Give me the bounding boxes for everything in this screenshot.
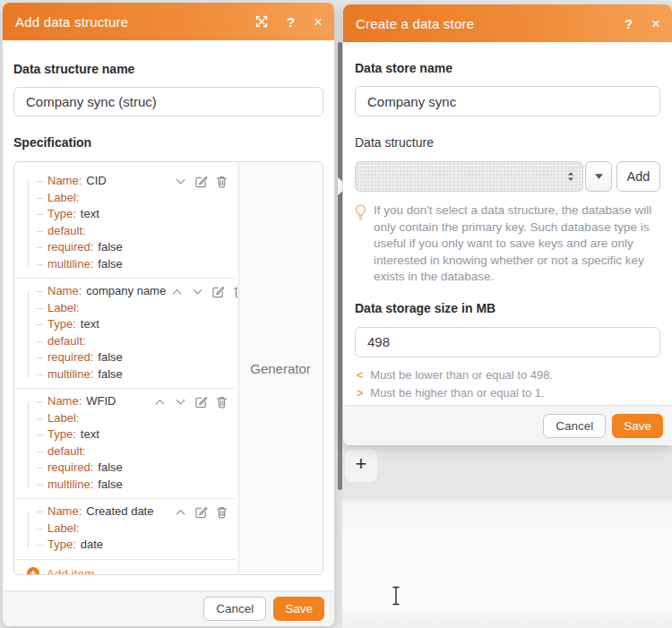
add-tab-button[interactable]: + bbox=[345, 449, 377, 482]
spec-key: Type: bbox=[47, 206, 76, 223]
move-down-icon[interactable] bbox=[190, 284, 204, 298]
dialog-footer: Cancel Save bbox=[3, 590, 334, 626]
spec-row: Name:WFID bbox=[25, 393, 228, 410]
spec-key: Type: bbox=[47, 426, 76, 443]
generator-label: Generator bbox=[250, 361, 311, 376]
spec-key: Type: bbox=[47, 537, 76, 554]
spec-key: Type: bbox=[47, 316, 76, 333]
data-store-name-input[interactable] bbox=[355, 86, 660, 116]
scrollbar[interactable] bbox=[338, 42, 342, 490]
lightbulb-icon bbox=[355, 204, 366, 224]
dialog-title: Add data structure bbox=[15, 14, 128, 30]
hint-text: Must be lower than or equal to 498. bbox=[370, 366, 553, 384]
spec-key: Label: bbox=[47, 410, 79, 427]
cancel-button[interactable]: Cancel bbox=[203, 597, 266, 621]
data-store-name-label: Data store name bbox=[355, 61, 660, 75]
spec-row: Type:text bbox=[25, 206, 228, 223]
spec-row: Name:company name bbox=[25, 283, 228, 300]
caret-down-icon bbox=[595, 174, 603, 179]
spec-row: multiline:false bbox=[25, 256, 228, 273]
cancel-button[interactable]: Cancel bbox=[543, 414, 606, 438]
move-up-icon[interactable] bbox=[169, 284, 184, 298]
spec-key: multiline: bbox=[47, 366, 93, 383]
spec-key: required: bbox=[47, 239, 93, 256]
close-icon[interactable]: × bbox=[651, 16, 660, 31]
info-note: If you don't select a data structure, th… bbox=[355, 202, 660, 286]
spec-value: false bbox=[98, 477, 122, 494]
spec-value: false bbox=[98, 366, 122, 383]
spec-item: Name:CIDLabel:Type:textdefault:required:… bbox=[16, 168, 236, 279]
delete-icon[interactable] bbox=[214, 174, 228, 188]
dialog-header: Add data structure ? × bbox=[3, 3, 334, 40]
spec-row: required:false bbox=[25, 460, 228, 477]
spec-item: Name:Created dateLabel:Type:date bbox=[16, 499, 236, 560]
move-down-icon[interactable] bbox=[173, 394, 187, 409]
specification-editor: Name:CIDLabel:Type:textdefault:required:… bbox=[13, 161, 323, 575]
create-data-store-dialog: Create a data store ? × Data store name … bbox=[343, 4, 672, 445]
plus-circle-icon: + bbox=[27, 567, 39, 574]
spec-key: Label: bbox=[47, 300, 79, 317]
hint-text: Must be higher than or equal to 1. bbox=[370, 384, 544, 402]
edit-icon[interactable] bbox=[194, 394, 208, 409]
spec-key: default: bbox=[47, 223, 86, 240]
save-button[interactable]: Save bbox=[612, 414, 663, 438]
delete-icon[interactable] bbox=[231, 284, 237, 298]
spec-row: Label: bbox=[25, 190, 228, 207]
spec-key: Name: bbox=[47, 283, 82, 300]
spec-item: Name:company nameLabel:Type:textdefault:… bbox=[16, 279, 236, 389]
data-structure-select[interactable] bbox=[355, 161, 583, 192]
spec-row: Type:date bbox=[25, 537, 228, 554]
spec-value: false bbox=[98, 349, 122, 366]
spec-row: default: bbox=[25, 443, 228, 460]
select-dropdown-button[interactable] bbox=[585, 161, 612, 192]
spec-key: multiline: bbox=[47, 477, 93, 494]
close-icon[interactable]: × bbox=[314, 14, 323, 30]
move-up-icon[interactable] bbox=[173, 504, 187, 519]
expand-icon[interactable] bbox=[255, 15, 268, 28]
data-structure-name-label: Data structure name bbox=[13, 62, 323, 76]
generator-panel[interactable]: Generator bbox=[238, 163, 322, 573]
spec-value: text bbox=[81, 316, 99, 333]
spec-item-list: Name:CIDLabel:Type:textdefault:required:… bbox=[14, 162, 237, 574]
spec-key: Name: bbox=[47, 393, 82, 410]
spec-key: Label: bbox=[47, 520, 79, 538]
spec-row: multiline:false bbox=[25, 366, 228, 383]
data-structure-label: Data structure bbox=[355, 135, 660, 150]
spec-value: CID bbox=[86, 173, 106, 190]
up-down-arrows-icon bbox=[566, 170, 575, 183]
spec-key: Name: bbox=[47, 503, 82, 520]
spec-row: Label: bbox=[25, 300, 228, 317]
dialog-title: Create a data store bbox=[356, 16, 474, 31]
help-icon[interactable]: ? bbox=[287, 15, 295, 29]
chevron-left-icon: < bbox=[357, 366, 363, 384]
spec-row: multiline:false bbox=[25, 477, 228, 494]
spec-value: company name bbox=[86, 283, 166, 300]
dialog-footer: Cancel Save bbox=[343, 405, 672, 445]
spec-key: Label: bbox=[47, 190, 79, 207]
spec-row: required:false bbox=[25, 349, 228, 366]
data-storage-size-input[interactable] bbox=[355, 327, 660, 357]
spec-key: default: bbox=[47, 443, 86, 460]
validation-hint: < Must be lower than or equal to 498. bbox=[355, 366, 660, 384]
spec-row: Type:text bbox=[25, 316, 228, 333]
delete-icon[interactable] bbox=[214, 504, 228, 519]
spec-key: default: bbox=[47, 333, 86, 350]
edit-icon[interactable] bbox=[211, 284, 225, 298]
spec-row: Name:Created date bbox=[25, 503, 228, 520]
spec-key: required: bbox=[47, 349, 93, 366]
edit-icon[interactable] bbox=[194, 504, 208, 519]
spec-value: date bbox=[81, 537, 103, 554]
spec-row: Label: bbox=[25, 520, 228, 538]
move-up-icon[interactable] bbox=[152, 394, 167, 409]
save-button[interactable]: Save bbox=[273, 597, 324, 621]
spec-row: Label: bbox=[25, 410, 228, 427]
data-structure-name-input[interactable] bbox=[13, 87, 323, 116]
chevron-right-icon: > bbox=[357, 384, 363, 402]
add-item-button[interactable]: +Add item bbox=[14, 560, 237, 575]
add-data-structure-dialog: Add data structure ? × Data structure na… bbox=[3, 3, 334, 626]
help-icon[interactable]: ? bbox=[625, 17, 633, 30]
edit-icon[interactable] bbox=[194, 174, 208, 188]
move-down-icon[interactable] bbox=[173, 174, 187, 188]
add-structure-button[interactable]: Add bbox=[616, 161, 660, 192]
delete-icon[interactable] bbox=[214, 394, 228, 409]
